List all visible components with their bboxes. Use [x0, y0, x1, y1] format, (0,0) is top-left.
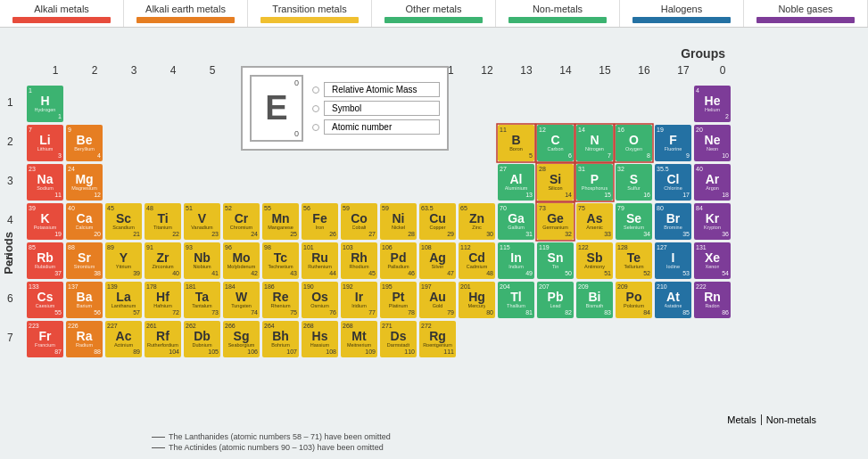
element-B[interactable]: 11 B Boron 5	[498, 125, 534, 161]
element-Cd[interactable]: 112 Cd Cadmium 48	[459, 242, 495, 279]
element-Hg[interactable]: 201 Hg Mercury 80	[459, 282, 495, 318]
element-Se[interactable]: 79 Se Selenium 34	[616, 203, 652, 240]
element-Pt[interactable]: 195 Pt Platinum 78	[380, 282, 417, 318]
element-Kr[interactable]: 84 Kr Krypton 36	[694, 203, 731, 240]
col-header-16: 16	[624, 64, 664, 77]
element-Cl[interactable]: 35.5 Cl Chlorine 17	[655, 164, 691, 201]
element-Ac[interactable]: 227 Ac Actinium 89	[105, 321, 142, 357]
element-Nb[interactable]: 93 Nb Niobium 41	[184, 242, 220, 279]
col-header-1: 1	[36, 64, 75, 77]
element-Bh[interactable]: 264 Bh Bohrium 107	[262, 321, 299, 357]
element-O[interactable]: 16 O Oxygen 8	[616, 125, 652, 161]
element-Sg[interactable]: 266 Sg Seaborgium 106	[223, 321, 260, 357]
element-Zn[interactable]: 65 Zn Zinc 30	[459, 203, 495, 240]
info-atomic-field[interactable]: Atomic number	[324, 119, 440, 135]
element-W[interactable]: 184 W Tungsten 74	[223, 282, 260, 318]
element-Ga[interactable]: 70 Ga Gallium 31	[498, 203, 534, 240]
element-Y[interactable]: 89 Y Yttrium 39	[105, 242, 142, 279]
info-sym-radio[interactable]	[312, 105, 319, 112]
element-Db[interactable]: 262 Db Dubnium 105	[184, 321, 220, 357]
element-Li[interactable]: 7 Li Lithium 3	[27, 125, 63, 161]
element-Sr[interactable]: 88 Sr Strontium 38	[66, 242, 103, 279]
element-Pb[interactable]: 207 Pb Lead 82	[537, 282, 574, 318]
info-sym-field[interactable]: Symbol	[324, 101, 440, 116]
element-Ca[interactable]: 40 Ca Calcium 20	[66, 203, 103, 240]
element-F[interactable]: 19 F Fluorine 9	[655, 125, 691, 161]
info-ram-radio[interactable]	[312, 86, 319, 94]
element-Mo[interactable]: 96 Mo Molybdenum 42	[223, 242, 260, 279]
col-header-12: 12	[467, 64, 507, 77]
element-La[interactable]: 139 La Lanthanum 57	[105, 282, 142, 318]
element-At[interactable]: 210 At Astatine 85	[655, 282, 691, 318]
element-Rn[interactable]: 222 Rn Radon 86	[694, 282, 731, 318]
element-Br[interactable]: 80 Br Bromine 35	[655, 203, 691, 240]
element-Po[interactable]: 209 Po Polonium 84	[616, 282, 652, 318]
element-Mg[interactable]: 24 Mg Magnesium 12	[66, 164, 103, 201]
element-Ne[interactable]: 20 Ne Neon 10	[694, 125, 731, 161]
element-Co[interactable]: 59 Co Cobalt 27	[341, 203, 377, 240]
element-Sc[interactable]: 45 Sc Scandium 21	[105, 203, 142, 240]
element-As[interactable]: 75 As Arsenic 33	[576, 203, 613, 240]
col-header-13: 13	[507, 64, 546, 77]
element-Ds[interactable]: 271 Ds Darmstadt 110	[380, 321, 417, 357]
element-Ar[interactable]: 40 Ar Argon 18	[694, 164, 731, 201]
element-Ba[interactable]: 137 Ba Barium 56	[66, 282, 103, 318]
element-Si[interactable]: 28 Si Silicon 14	[537, 164, 574, 201]
element-Na[interactable]: 23 Na Sodium 11	[27, 164, 63, 201]
element-Ta[interactable]: 181 Ta Tantalum 73	[184, 282, 220, 318]
element-Al[interactable]: 27 Al Aluminium 13	[498, 164, 534, 201]
element-Os[interactable]: 190 Os Osmium 76	[302, 282, 338, 318]
element-Sb[interactable]: 122 Sb Antimony 51	[576, 242, 613, 279]
element-Ni[interactable]: 59 Ni Nickel 28	[380, 203, 417, 240]
element-Tl[interactable]: 204 Tl Thallium 81	[498, 282, 534, 318]
footnote-lanthanides: The Lanthanides (atomic numbers 58 – 71)…	[152, 432, 391, 441]
element-Rg[interactable]: 272 Rg Roentgenium 111	[419, 321, 456, 357]
element-Rf[interactable]: 261 Rf Rutherfordium 104	[145, 321, 181, 357]
element-Be[interactable]: 9 Be Beryllium 4	[66, 125, 103, 161]
col-header-2: 2	[75, 64, 114, 77]
element-K[interactable]: 39 K Potassium 19	[27, 203, 63, 240]
element-H[interactable]: 1 H Hydrogen 1	[27, 86, 63, 122]
col-header-14: 14	[546, 64, 585, 77]
element-In[interactable]: 115 In Indium 49	[498, 242, 534, 279]
element-Ru[interactable]: 101 Ru Ruthenium 44	[302, 242, 338, 279]
element-Bi[interactable]: 209 Bi Bismuth 83	[576, 282, 613, 318]
element-Hs[interactable]: 268 Hs Hassium 108	[302, 321, 338, 357]
element-Cr[interactable]: 52 Cr Chromium 24	[223, 203, 260, 240]
element-Sn[interactable]: 119 Sn Tin 50	[537, 242, 574, 279]
col-header-3: 3	[114, 64, 153, 77]
element-V[interactable]: 51 V Vanadium 23	[184, 203, 220, 240]
metals-label: Metals	[727, 414, 756, 425]
element-Ra[interactable]: 226 Ra Radium 88	[66, 321, 103, 357]
element-Pd[interactable]: 106 Pd Palladium 46	[380, 242, 417, 279]
info-atomic-radio[interactable]	[312, 124, 319, 131]
element-Au[interactable]: 197 Au Gold 79	[419, 282, 456, 318]
footnote-actinides: The Actinides (atomic numbers 90 – 103) …	[152, 443, 384, 452]
element-Ti[interactable]: 48 Ti Titanium 22	[145, 203, 181, 240]
element-Cu[interactable]: 63.5 Cu Copper 29	[419, 203, 456, 240]
element-Ge[interactable]: 73 Ge Germanium 32	[537, 203, 574, 240]
element-Rb[interactable]: 85 Rb Rubidium 37	[27, 242, 63, 279]
element-Hf[interactable]: 178 Hf Hafnium 72	[145, 282, 181, 318]
element-Zr[interactable]: 91 Zr Zirconium 40	[145, 242, 181, 279]
element-He[interactable]: 4 He Helium 2	[694, 86, 731, 122]
element-Fe[interactable]: 56 Fe Iron 26	[302, 203, 338, 240]
element-C[interactable]: 12 C Carbon 6	[537, 125, 574, 161]
element-Ir[interactable]: 192 Ir Iridium 77	[341, 282, 377, 318]
info-symbol-e: E	[265, 89, 287, 127]
element-Mt[interactable]: 268 Mt Meitnerium 109	[341, 321, 377, 357]
element-Xe[interactable]: 131 Xe Xenon 54	[694, 242, 731, 279]
element-Tc[interactable]: 98 Tc Technetium 43	[262, 242, 299, 279]
element-Rh[interactable]: 103 Rh Rhodium 45	[341, 242, 377, 279]
element-I[interactable]: 127 I Iodine 53	[655, 242, 691, 279]
element-Mn[interactable]: 55 Mn Manganese 25	[262, 203, 299, 240]
element-Re[interactable]: 186 Re Rhenium 75	[262, 282, 299, 318]
element-N[interactable]: 14 N Nitrogen 7	[576, 125, 613, 161]
info-ram-field[interactable]: Relative Atomic Mass	[324, 82, 440, 97]
element-Te[interactable]: 128 Te Tellurium 52	[616, 242, 652, 279]
element-S[interactable]: 32 S Sulfur 16	[616, 164, 652, 201]
element-Fr[interactable]: 223 Fr Francium 87	[27, 321, 63, 357]
element-P[interactable]: 31 P Phosphorus 15	[576, 164, 613, 201]
element-Cs[interactable]: 133 Cs Caesium 55	[27, 282, 63, 318]
element-Ag[interactable]: 108 Ag Silver 47	[419, 242, 456, 279]
